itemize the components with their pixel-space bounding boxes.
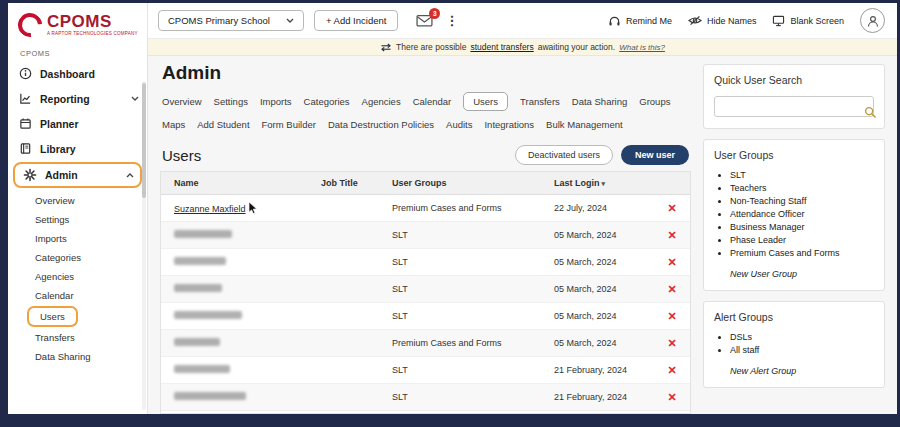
user-group-item[interactable]: Attendance Officer [730, 209, 874, 219]
sidebar-subitem-agencies[interactable]: Agencies [8, 267, 147, 286]
delete-user-button[interactable]: ✕ [668, 391, 677, 404]
user-group-item[interactable]: Phase Leader [730, 235, 874, 245]
user-group-item[interactable]: Teachers [730, 183, 874, 193]
tab-data-sharing[interactable]: Data Sharing [572, 93, 627, 110]
add-incident-button[interactable]: + Add Incident [314, 10, 398, 31]
sidebar-subitem-settings[interactable]: Settings [8, 210, 147, 229]
tab-imports[interactable]: Imports [260, 93, 292, 110]
sidebar-scrollbar-thumb[interactable] [142, 83, 146, 198]
name-cell [161, 357, 313, 384]
sidebar-item-library[interactable]: Library [8, 136, 147, 161]
sidebar-item-label: Planner [40, 118, 139, 130]
redacted-name[interactable] [174, 311, 242, 319]
users-table-card: Name Job Title User Groups Last Login▾ S… [160, 171, 691, 414]
library-icon [19, 142, 32, 155]
sidebar-subitem-calendar[interactable]: Calendar [8, 286, 147, 305]
quick-user-search-row [714, 95, 874, 117]
user-group-item[interactable]: Business Manager [730, 222, 874, 232]
deactivated-users-button[interactable]: Deactivated users [515, 145, 613, 165]
column-header-user-groups[interactable]: User Groups [384, 172, 546, 195]
tab-maps[interactable]: Maps [162, 116, 185, 133]
column-header-last-login[interactable]: Last Login▾ [546, 172, 660, 195]
sidebar-subitem-categories[interactable]: Categories [8, 248, 147, 267]
user-name-link[interactable]: Suzanne Maxfield [174, 204, 246, 214]
tab-audits[interactable]: Audits [446, 116, 472, 133]
alert-group-item[interactable]: All staff [730, 345, 874, 355]
quick-user-search-title: Quick User Search [714, 74, 874, 86]
sidebar-subitem-transfers[interactable]: Transfers [8, 328, 147, 347]
tab-agencies[interactable]: Agencies [362, 93, 401, 110]
delete-user-button[interactable]: ✕ [668, 364, 677, 377]
table-row: SLT 05 March, 2024 ✕ [161, 303, 690, 330]
student-transfers-link[interactable]: student transfers [470, 42, 533, 52]
user-group-item[interactable]: Premium Cases and Forms [730, 248, 874, 258]
cpoms-logo[interactable]: CPOMS A RAPTOR TECHNOLOGIES COMPANY [8, 3, 147, 41]
alert-group-item[interactable]: DSLs [730, 332, 874, 342]
tab-transfers[interactable]: Transfers [520, 93, 560, 110]
tab-categories[interactable]: Categories [304, 93, 350, 110]
tab-settings[interactable]: Settings [214, 93, 248, 110]
new-user-button[interactable]: New user [621, 145, 689, 165]
school-selector-dropdown[interactable]: CPOMS Primary School [158, 10, 304, 31]
tab-users[interactable]: Users [463, 92, 508, 111]
brand-name: CPOMS [47, 13, 138, 30]
messages-button[interactable]: 3 [416, 14, 433, 27]
redacted-name[interactable] [174, 392, 246, 400]
more-options-icon[interactable]: ⋮ [443, 13, 460, 28]
sidebar-item-planner[interactable]: Planner [8, 111, 147, 136]
delete-user-button[interactable]: ✕ [668, 283, 677, 296]
transfer-icon [380, 43, 392, 52]
new-alert-group-link[interactable]: New Alert Group [730, 366, 874, 376]
users-title: Users [162, 147, 201, 164]
sidebar-subitem-data-sharing[interactable]: Data Sharing [8, 347, 147, 366]
tab-bulk-management[interactable]: Bulk Management [546, 116, 623, 133]
user-group-item[interactable]: Non-Teaching Staff [730, 196, 874, 206]
sidebar-subitem-imports[interactable]: Imports [8, 229, 147, 248]
delete-cell: ✕ [660, 276, 690, 303]
tab-add-student[interactable]: Add Student [197, 116, 249, 133]
hide-names-button[interactable]: Hide Names [688, 15, 757, 26]
blank-screen-button[interactable]: Blank Screen [772, 15, 844, 27]
name-cell: Suzanne Maxfield [161, 195, 313, 222]
delete-user-button[interactable]: ✕ [668, 229, 677, 242]
user-avatar[interactable] [860, 8, 885, 33]
what-is-this-link[interactable]: What is this? [619, 43, 665, 52]
user-groups-cell: Premium Cases and Forms [384, 330, 546, 357]
delete-user-button[interactable]: ✕ [668, 202, 677, 215]
redacted-name[interactable] [174, 230, 232, 238]
new-user-group-link[interactable]: New User Group [730, 269, 874, 279]
delete-user-button[interactable]: ✕ [668, 337, 677, 350]
quick-user-search-input[interactable] [714, 96, 874, 117]
tab-overview[interactable]: Overview [162, 93, 202, 110]
tab-form-builder[interactable]: Form Builder [262, 116, 316, 133]
sidebar-item-reporting[interactable]: Reporting [8, 86, 147, 111]
app-window: CPOMS A RAPTOR TECHNOLOGIES COMPANY CPOM… [0, 0, 900, 427]
admin-panel: Admin Overview Settings Imports Categori… [160, 60, 691, 414]
sidebar-item-label: Reporting [40, 93, 123, 105]
admin-highlight-box: Admin [13, 162, 142, 188]
remind-me-button[interactable]: Remind Me [608, 15, 672, 27]
redacted-name[interactable] [174, 257, 226, 265]
tab-calendar[interactable]: Calendar [413, 93, 452, 110]
redacted-name[interactable] [174, 338, 220, 346]
tab-groups[interactable]: Groups [639, 93, 670, 110]
job-title-cell [313, 303, 384, 330]
column-header-name[interactable]: Name [161, 172, 313, 195]
user-groups-title: User Groups [714, 149, 874, 161]
sidebar-item-admin[interactable]: Admin [15, 164, 140, 186]
delete-cell: ✕ [660, 384, 690, 411]
tab-data-destruction-policies[interactable]: Data Destruction Policies [328, 116, 434, 133]
redacted-name[interactable] [174, 365, 230, 373]
alert-groups-title: Alert Groups [714, 311, 874, 323]
redacted-name[interactable] [174, 284, 222, 292]
search-icon[interactable] [864, 105, 877, 123]
column-header-job-title[interactable]: Job Title [313, 172, 384, 195]
sidebar-subitem-users[interactable]: Users [27, 306, 78, 327]
sidebar-item-dashboard[interactable]: Dashboard [8, 61, 147, 86]
sidebar-subitem-overview[interactable]: Overview [8, 191, 147, 210]
user-group-item[interactable]: SLT [730, 170, 874, 180]
last-login-cell: 05 March, 2024 [546, 330, 660, 357]
delete-user-button[interactable]: ✕ [668, 256, 677, 269]
delete-user-button[interactable]: ✕ [668, 310, 677, 323]
tab-integrations[interactable]: Integrations [484, 116, 534, 133]
